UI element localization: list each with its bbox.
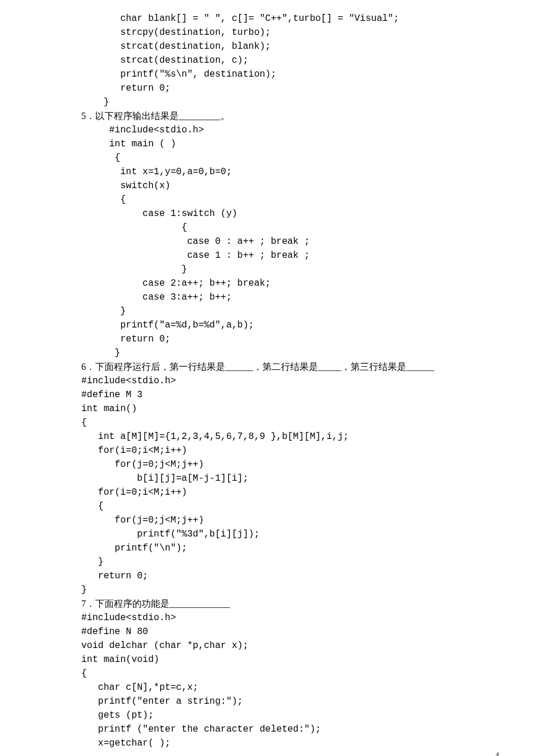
code-line: case 3:a++; b++; (81, 290, 499, 304)
code-line: case 2:a++; b++; break; (81, 276, 499, 290)
code-line: x=getchar( ); (81, 736, 499, 750)
code-line: { (81, 221, 499, 235)
question-text: 5．以下程序输出结果是_________。 (81, 109, 499, 123)
code-line: gets (pt); (81, 708, 499, 722)
code-line: } (81, 346, 499, 360)
code-line: #define M 3 (81, 388, 499, 402)
code-line: { (81, 499, 499, 513)
code-line: int a[M][M]={1,2,3,4,5,6,7,8,9 },b[M][M]… (81, 430, 499, 444)
code-line: } (81, 583, 499, 597)
code-line: { (81, 667, 499, 681)
code-line: int x=1,y=0,a=0,b=0; (81, 165, 499, 179)
code-line: printf("enter a string:"); (81, 694, 499, 708)
code-line: printf("%3d",b[i][j]); (81, 527, 499, 541)
code-line: for(j=0;j<M;j++) (81, 513, 499, 527)
code-line: #include<stdio.h> (81, 123, 499, 137)
code-line: b[i][j]=a[M-j-1][i]; (81, 471, 499, 485)
code-line: char c[N],*pt=c,x; (81, 681, 499, 694)
code-line: return 0; (81, 332, 499, 346)
code-line: for(j=0;j<M;j++) (81, 458, 499, 471)
code-line: { (81, 193, 499, 207)
code-line: return 0; (81, 81, 499, 95)
document-content: char blank[] = " ", c[]= "C++",turbo[] =… (81, 12, 499, 750)
code-line: case 1:switch (y) (81, 207, 499, 221)
code-line: strcat(destination, c); (81, 53, 499, 67)
code-line: } (81, 95, 499, 109)
code-line: { (81, 416, 499, 430)
code-line: strcpy(destination, turbo); (81, 26, 499, 39)
code-line: int main(void) (81, 653, 499, 667)
code-line: printf("%s\n", destination); (81, 67, 499, 81)
code-line: for(i=0;i<M;i++) (81, 444, 499, 458)
code-line: #include<stdio.h> (81, 374, 499, 388)
code-line: printf("\n"); (81, 541, 499, 555)
code-line: void delchar (char *p,char x); (81, 639, 499, 653)
code-line: { (81, 151, 499, 165)
code-line: switch(x) (81, 179, 499, 193)
code-line: printf ("enter the character deleted:"); (81, 722, 499, 736)
code-line: printf("a=%d,b=%d",a,b); (81, 318, 499, 332)
code-line: } (81, 304, 499, 318)
page-number: 4 (495, 750, 499, 756)
code-line: case 0 : a++ ; break ; (81, 235, 499, 249)
code-line: int main() (81, 402, 499, 416)
code-line: char blank[] = " ", c[]= "C++",turbo[] =… (81, 12, 499, 26)
question-text: 7．下面程序的功能是_____________ (81, 597, 499, 611)
code-line: } (81, 555, 499, 569)
document-page: char blank[] = " ", c[]= "C++",turbo[] =… (0, 0, 534, 756)
code-line: } (81, 262, 499, 276)
question-text: 6．下面程序运行后，第一行结果是______，第二行结果是_____，第三行结果… (81, 360, 499, 374)
code-line: int main ( ) (81, 137, 499, 151)
code-line: #include<stdio.h> (81, 611, 499, 625)
code-line: for(i=0;i<M;i++) (81, 485, 499, 499)
code-line: strcat(destination, blank); (81, 39, 499, 53)
code-line: #define N 80 (81, 625, 499, 639)
code-line: return 0; (81, 569, 499, 583)
code-line: case 1 : b++ ; break ; (81, 249, 499, 262)
